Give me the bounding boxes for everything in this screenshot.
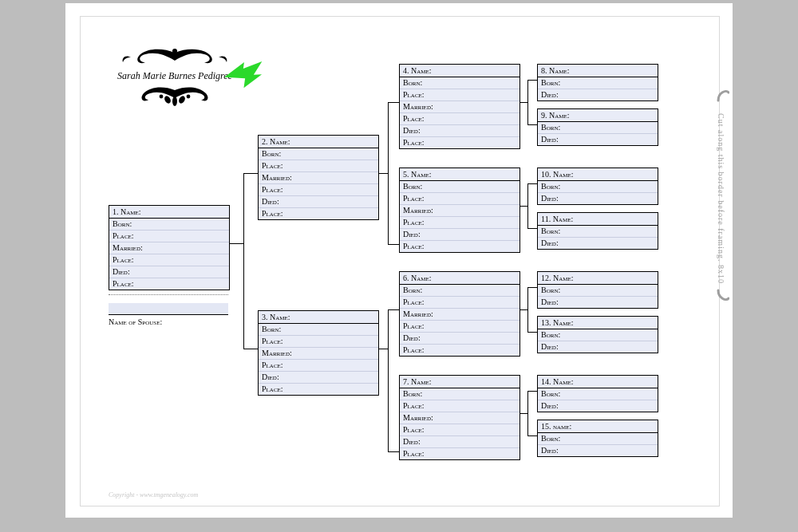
field-died: Died: (259, 196, 378, 208)
connector (527, 183, 537, 184)
box-person-14: 14. Name: Born: Died: (537, 375, 658, 412)
field-place: Place: (400, 321, 519, 333)
connector (527, 228, 537, 229)
box-header: 14. Name: (538, 376, 658, 388)
box-header: 1. Name: (109, 206, 229, 219)
box-person-2: 2. Name: Born: Place: Married: Place: Di… (258, 135, 379, 220)
field-born: Born: (538, 77, 658, 89)
connector (243, 173, 258, 174)
field-died: Died: (538, 238, 658, 249)
field-married: Married: (400, 101, 519, 113)
field-born: Born: (538, 329, 658, 341)
box-header: 15. name: (538, 420, 658, 433)
field-place: Place: (400, 113, 519, 125)
box-person-11: 11. Name: Born: Died: (537, 212, 658, 250)
box-header: 11. Name: (538, 213, 658, 226)
field-place: Place: (259, 360, 378, 372)
field-born: Born: (259, 148, 378, 160)
connector (388, 309, 399, 310)
field-died: Died: (538, 297, 658, 308)
box-header: 6. Name: (400, 272, 519, 285)
field-place: Place: (400, 241, 519, 252)
box-person-4: 4. Name: Born: Place: Married: Place: Di… (399, 64, 520, 149)
field-married: Married: (400, 309, 519, 321)
svg-marker-6 (223, 57, 263, 90)
field-married: Married: (259, 348, 378, 360)
field-died: Died: (538, 341, 658, 353)
box-person-5: 5. Name: Born: Place: Married: Place: Di… (399, 167, 520, 253)
field-place: Place: (259, 160, 378, 172)
connector (388, 102, 389, 244)
box-header: 12. Name: (538, 272, 658, 285)
field-born: Born: (259, 324, 378, 336)
field-place: Place: (400, 89, 519, 101)
box-header: 13. Name: (538, 317, 658, 329)
field-died: Died: (400, 436, 519, 448)
field-died: Died: (400, 333, 519, 345)
field-died: Died: (538, 400, 658, 412)
svg-point-5 (187, 95, 191, 99)
connector (527, 80, 537, 81)
box-person-9: 9. Name: Born: Died: (537, 108, 658, 146)
connector (527, 332, 537, 333)
connector (519, 206, 527, 207)
field-place: Place: (109, 278, 229, 290)
connector (527, 80, 528, 124)
box-header: 8. Name: (538, 65, 658, 77)
curve-bottom-icon (717, 289, 729, 303)
connector (229, 243, 243, 244)
field-died: Died: (400, 125, 519, 137)
box-header: 9. Name: (538, 109, 658, 122)
field-died: Died: (538, 89, 658, 100)
connector (527, 124, 537, 125)
field-place: Place: (259, 384, 378, 395)
connector (388, 309, 389, 451)
connector (527, 183, 528, 228)
box-header: 10. Name: (538, 168, 658, 181)
svg-point-4 (160, 95, 164, 99)
svg-point-3 (178, 95, 187, 104)
field-born: Born: (400, 388, 519, 400)
connector (527, 391, 537, 392)
box-header: 3. Name: (259, 311, 378, 324)
svg-point-1 (172, 97, 177, 106)
field-married: Married: (109, 242, 229, 254)
field-place: Place: (400, 424, 519, 436)
curve-top-icon (717, 88, 729, 102)
spouse-fill (109, 303, 228, 314)
connector (527, 391, 528, 435)
field-born: Born: (109, 219, 229, 231)
field-born: Born: (400, 285, 519, 297)
box-header: 4. Name: (400, 65, 519, 77)
cut-instruction: Cut along this border before framing. 8x… (717, 88, 729, 423)
connector (388, 244, 399, 245)
box-person-6: 6. Name: Born: Place: Married: Place: Di… (399, 271, 520, 357)
box-person-7: 7. Name: Born: Place: Married: Place: Di… (399, 375, 520, 460)
field-born: Born: (538, 181, 658, 193)
cut-text: Cut along this border before framing. 8x… (717, 113, 725, 284)
green-arrow-icon (223, 56, 263, 94)
field-died: Died: (400, 229, 519, 241)
connector (527, 435, 537, 436)
connector (378, 349, 388, 349)
field-place: Place: (400, 137, 519, 148)
field-place: Place: (109, 231, 229, 242)
connector (519, 413, 527, 414)
field-born: Born: (538, 122, 658, 134)
copyright-text: Copyright - www.tmgenealogy.com (109, 491, 198, 499)
box-header: 2. Name: (259, 136, 378, 148)
field-born: Born: (538, 285, 658, 297)
connector (519, 102, 527, 103)
field-died: Died: (538, 445, 658, 456)
canvas: Sarah Marie Burnes Pedigree (80, 16, 718, 505)
flourish-bottom-icon (107, 85, 243, 109)
connector (388, 102, 399, 103)
connector (388, 451, 399, 452)
field-born: Born: (538, 388, 658, 400)
box-header: 7. Name: (400, 376, 519, 388)
field-died: Died: (259, 372, 378, 384)
field-place: Place: (400, 400, 519, 412)
stage: Sarah Marie Burnes Pedigree (0, 0, 798, 532)
box-person-12: 12. Name: Born: Died: (537, 271, 658, 309)
field-place: Place: (259, 208, 378, 219)
